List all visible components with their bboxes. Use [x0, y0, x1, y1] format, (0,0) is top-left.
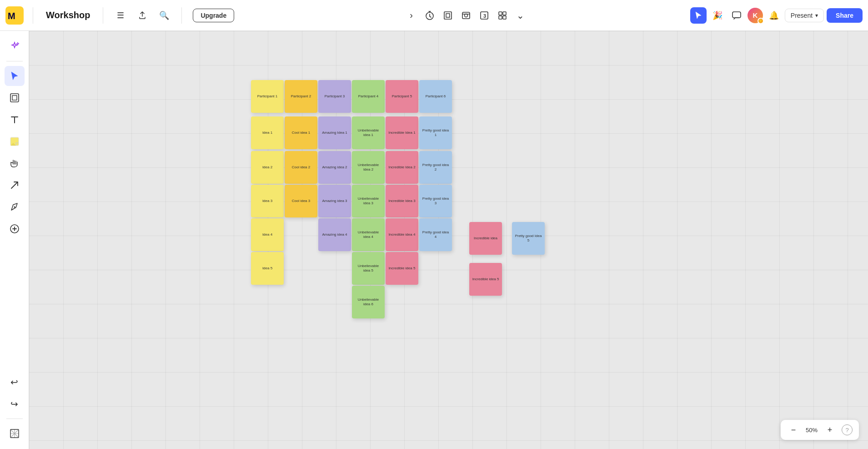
- sticky-pg2[interactable]: Pretty good idea 2: [419, 151, 452, 184]
- sticky-pg3[interactable]: Pretty good idea 3: [419, 185, 452, 217]
- svg-rect-9: [499, 12, 502, 15]
- sidebar-pen-button[interactable]: [5, 197, 25, 217]
- zoom-bar: − 50% + ?: [781, 420, 859, 440]
- sticky-p2[interactable]: Participant 2: [285, 80, 317, 113]
- sticky-u3[interactable]: Unbelievable idea 3: [352, 185, 385, 217]
- timer-button[interactable]: [421, 7, 438, 24]
- sticky-p6[interactable]: Participant 6: [419, 80, 452, 113]
- sidebar-add-button[interactable]: [5, 219, 25, 239]
- zoom-help-button[interactable]: ?: [842, 424, 853, 435]
- sidebar-hand-button[interactable]: [5, 153, 25, 173]
- sidebar-ai-button[interactable]: [5, 36, 25, 56]
- sticky-pg1[interactable]: Pretty good idea 1: [419, 116, 452, 149]
- zoom-out-button[interactable]: −: [787, 424, 800, 436]
- search-button[interactable]: 🔍: [156, 7, 172, 24]
- svg-rect-15: [12, 96, 17, 100]
- sticky-u2[interactable]: Unbelievable Idea 2: [352, 151, 385, 184]
- avatar[interactable]: K ⚡: [748, 8, 763, 23]
- sticky-u5[interactable]: Unbelievable idea 5: [352, 252, 385, 285]
- camera-button[interactable]: [458, 7, 474, 24]
- svg-rect-10: [503, 12, 506, 15]
- sticky-a1[interactable]: Amazing Idea 1: [318, 116, 351, 149]
- sticky-inc5-ext[interactable]: Incredible idea 5: [469, 263, 502, 296]
- upgrade-button[interactable]: Upgrade: [193, 9, 234, 22]
- svg-rect-12: [503, 16, 506, 19]
- topbar-right: 🎉 K ⚡ 🔔 Present ▾ Share: [690, 7, 863, 24]
- sidebar-sticky-button[interactable]: [5, 131, 25, 151]
- zoom-level: 50%: [803, 427, 820, 434]
- notification-button[interactable]: 🔔: [766, 7, 782, 24]
- sticky-i1[interactable]: Idea 1: [251, 116, 284, 149]
- board-title[interactable]: Workshop: [42, 10, 94, 20]
- topbar: M Workshop ☰ 🔍 Upgrade › 3 ⌄: [0, 0, 868, 31]
- comment-button[interactable]: [728, 7, 745, 24]
- sidebar-select-button[interactable]: [5, 66, 25, 86]
- title-divider: [103, 7, 103, 24]
- sticky-inc2[interactable]: Incredible Idea 2: [386, 151, 418, 184]
- present-button[interactable]: Present ▾: [785, 9, 824, 22]
- grid-view-button[interactable]: [494, 7, 511, 24]
- sticky-u1[interactable]: Unbelievable idea 1: [352, 116, 385, 149]
- more-tools-button[interactable]: ⌄: [512, 7, 529, 24]
- svg-rect-13: [733, 12, 741, 18]
- sidebar-bottom: ↩ ↪: [5, 372, 25, 444]
- frame-tool-button[interactable]: [440, 7, 456, 24]
- sticky-p5[interactable]: Participant 5: [386, 80, 418, 113]
- sidebar-arrow-button[interactable]: [5, 175, 25, 195]
- sticky-inc5[interactable]: Incredible idea 5: [386, 252, 418, 285]
- sticky-pg4[interactable]: Pretty good idea 4: [419, 218, 452, 251]
- sticky-c3[interactable]: Cool idea 3: [285, 185, 317, 217]
- avatar-letter: K: [753, 11, 758, 19]
- svg-rect-14: [10, 94, 19, 102]
- sticky-p3[interactable]: Participant 3: [318, 80, 351, 113]
- search-divider: [181, 7, 182, 24]
- sticky-i3[interactable]: Idea 3: [251, 185, 284, 217]
- svg-rect-11: [499, 16, 502, 19]
- topbar-center: › 3 ⌄: [403, 7, 529, 24]
- export-button[interactable]: [134, 7, 151, 24]
- svg-text:M: M: [8, 11, 15, 21]
- sticky-inc1[interactable]: Incredible Idea 1: [386, 116, 418, 149]
- svg-rect-4: [446, 14, 450, 17]
- sticky-p1[interactable]: Participant 1: [251, 80, 284, 113]
- sticky-a2[interactable]: Amazing idea 2: [318, 151, 351, 184]
- sticky-inc4[interactable]: Incredible idea 4: [386, 218, 418, 251]
- zoom-in-button[interactable]: +: [823, 424, 836, 436]
- collapse-button[interactable]: ›: [403, 7, 420, 24]
- svg-rect-3: [444, 12, 452, 19]
- sticky-incredible-main[interactable]: Incredible idea: [469, 222, 502, 255]
- sticky-pg5[interactable]: Pretty good Idea 5: [512, 222, 545, 255]
- sidebar: ↩ ↪: [0, 31, 29, 449]
- miro-logo[interactable]: M: [5, 6, 24, 25]
- sidebar-frame-button[interactable]: [5, 88, 25, 108]
- sticky-u6[interactable]: Unbelievable idea 6: [352, 286, 385, 318]
- logo-area: M Workshop ☰ 🔍 Upgrade: [5, 6, 241, 25]
- avatar-badge: ⚡: [758, 18, 764, 24]
- sidebar-text-button[interactable]: [5, 110, 25, 130]
- sticky-i5[interactable]: Idea 5: [251, 252, 284, 285]
- cursor-tool-button[interactable]: [690, 7, 707, 24]
- sticky-a3[interactable]: Amazing idea 3: [318, 185, 351, 217]
- confetti-button[interactable]: 🎉: [709, 7, 726, 24]
- redo-button[interactable]: ↪: [5, 394, 25, 414]
- canvas[interactable]: Participant 1 Participant 2 Participant …: [29, 31, 868, 449]
- undo-button[interactable]: ↩: [5, 372, 25, 392]
- sticky-c2[interactable]: Cool idea 2: [285, 151, 317, 184]
- svg-text:3: 3: [483, 13, 486, 19]
- number-button[interactable]: 3: [476, 7, 492, 24]
- sticky-inc3[interactable]: Incredible Idea 3: [386, 185, 418, 217]
- sticky-i4[interactable]: Idea 4: [251, 218, 284, 251]
- sticky-u4[interactable]: Unbelievable idea 4: [352, 218, 385, 251]
- sidebar-divider-2: [6, 419, 23, 419]
- sidebar-divider-1: [6, 61, 23, 61]
- sidebar-grid-button[interactable]: [5, 424, 25, 444]
- svg-rect-5: [462, 12, 470, 19]
- present-chevron: ▾: [815, 12, 818, 19]
- sticky-c1[interactable]: Cool idea 1: [285, 116, 317, 149]
- sticky-i2[interactable]: Idea 2: [251, 151, 284, 184]
- share-button[interactable]: Share: [827, 8, 863, 23]
- logo-divider: [33, 7, 33, 24]
- menu-button[interactable]: ☰: [112, 7, 129, 24]
- sticky-a4[interactable]: Amazing idea 4: [318, 218, 351, 251]
- sticky-p4[interactable]: Participant 4: [352, 80, 385, 113]
